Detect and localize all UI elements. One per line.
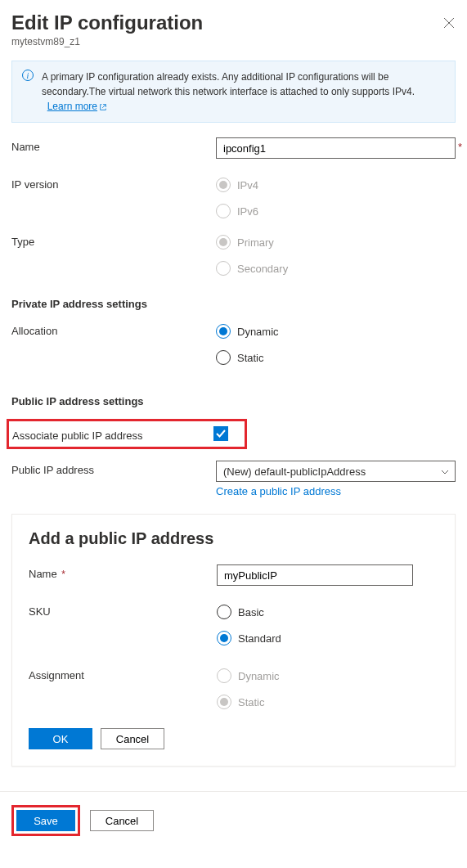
cancel-button[interactable]: Cancel (90, 810, 154, 831)
info-banner: i A primary IP configuration already exi… (11, 61, 456, 123)
create-public-ip-link[interactable]: Create a public IP address (216, 485, 341, 497)
chevron-down-icon (440, 467, 450, 477)
allocation-static-option: Static (237, 352, 264, 364)
ok-button[interactable]: OK (29, 728, 92, 749)
add-panel-title: Add a public IP address (29, 529, 438, 548)
sku-basic-radio[interactable] (217, 605, 231, 619)
page-title: Edit IP configuration (11, 11, 442, 34)
save-button[interactable]: Save (16, 810, 75, 831)
info-icon: i (22, 70, 34, 81)
public-ip-header: Public IP address settings (11, 395, 456, 407)
allocation-dynamic-radio[interactable] (216, 324, 231, 339)
ipv4-option: IPv4 (237, 179, 258, 191)
ipversion-label: IP version (11, 175, 216, 191)
ipv6-radio (216, 204, 231, 218)
type-label: Type (11, 232, 216, 248)
name-input[interactable] (216, 137, 456, 159)
associate-highlight: Associate public IP address (7, 419, 247, 449)
sku-label: SKU (29, 602, 217, 618)
add-public-ip-panel: Add a public IP address Name * SKU Basic… (11, 514, 456, 767)
sku-basic-option: Basic (238, 606, 264, 618)
associate-label: Associate public IP address (12, 426, 213, 442)
panel-cancel-button[interactable]: Cancel (101, 728, 164, 749)
dropdown-value: (New) default-publicIpAddress (223, 465, 366, 478)
assign-static-radio (217, 695, 231, 709)
private-ip-header: Private IP address settings (11, 298, 456, 310)
name-label: Name (11, 137, 216, 153)
ipv4-radio (216, 178, 231, 192)
external-link-icon (99, 103, 107, 111)
assign-dynamic-option: Dynamic (238, 670, 280, 682)
type-secondary-radio (216, 261, 231, 276)
info-text: A primary IP configuration already exist… (42, 71, 415, 97)
allocation-dynamic-option: Dynamic (237, 326, 279, 338)
assign-dynamic-radio (217, 668, 231, 683)
type-primary-option: Primary (237, 236, 274, 249)
assign-static-option: Static (238, 696, 265, 708)
sku-standard-option: Standard (238, 632, 281, 645)
add-name-input[interactable] (217, 564, 413, 586)
save-highlight: Save (11, 805, 80, 836)
ipv6-option: IPv6 (237, 205, 258, 218)
sku-standard-radio[interactable] (217, 631, 231, 645)
allocation-static-radio[interactable] (216, 350, 231, 365)
required-indicator: * (458, 141, 462, 153)
public-address-label: Public IP address (11, 461, 216, 476)
learn-more-link[interactable]: Learn more (47, 101, 107, 112)
associate-checkbox[interactable] (213, 426, 228, 441)
type-secondary-option: Secondary (237, 263, 288, 275)
allocation-label: Allocation (11, 322, 216, 337)
add-name-label: Name * (29, 564, 217, 580)
resource-subtitle: mytestvm89_z1 (11, 36, 442, 47)
assignment-label: Assignment (29, 666, 217, 681)
type-primary-radio (216, 235, 231, 250)
close-icon[interactable] (442, 16, 456, 29)
public-ip-dropdown[interactable]: (New) default-publicIpAddress (216, 461, 456, 482)
check-icon (215, 428, 227, 439)
